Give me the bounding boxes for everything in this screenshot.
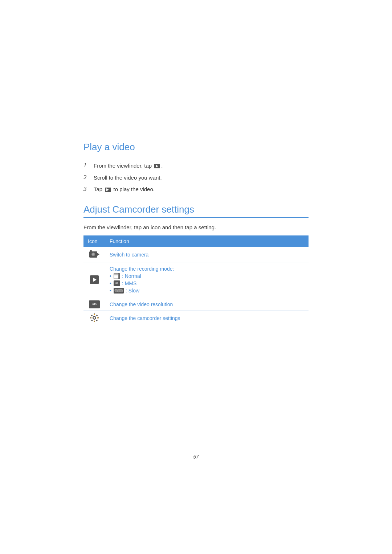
play-rect-icon: [154, 164, 160, 168]
svg-rect-23: [91, 319, 93, 321]
bullet-normal: • : Normal: [110, 273, 304, 279]
step-text-2: Scroll to the video you want.: [94, 174, 162, 182]
icon-cell-camera: [83, 247, 105, 263]
svg-rect-8: [114, 274, 118, 275]
svg-marker-3: [97, 253, 99, 256]
settings-table: Icon Function: [83, 235, 309, 326]
slow-mode-icon: [114, 288, 124, 294]
play-video-divider: [83, 155, 309, 155]
step-number-1: 1: [83, 162, 94, 169]
play-triangle-icon: [105, 188, 111, 192]
adjust-camcorder-title: Adjust Camcorder settings: [83, 204, 309, 215]
slow-label: : Slow: [126, 288, 139, 294]
mode-icon: [89, 275, 99, 285]
function-text-camera: Switch to camera: [110, 252, 148, 258]
step-text-1: From the viewfinder, tap .: [94, 162, 163, 170]
icon-cell-resolution: 640480: [83, 298, 105, 311]
camcorder-intro: From the viewfinder, tap an icon and the…: [83, 224, 309, 230]
page-number: 57: [193, 454, 199, 460]
resolution-icon: 640480: [89, 300, 100, 308]
table-row: 640480 Change the video resolution: [83, 298, 309, 311]
table-header-icon: Icon: [83, 235, 105, 247]
step-text-3: Tap to play the video.: [94, 185, 155, 194]
bullet-slow: • : Slow: [110, 288, 304, 294]
svg-rect-9: [114, 275, 118, 275]
step-3: 3 Tap to play the video.: [83, 185, 309, 194]
table-row: Change the recording mode: •: [83, 263, 309, 298]
camera-switch-icon: [89, 249, 100, 259]
play-video-title: Play a video: [83, 141, 309, 153]
play-video-steps: 1 From the viewfinder, tap . 2 Scroll to…: [83, 162, 309, 194]
table-header-row: Icon Function: [83, 235, 309, 247]
icon-cell-mode: [83, 263, 105, 298]
bullet-mms: • : MMS: [110, 280, 304, 286]
adjust-camcorder-divider: [83, 217, 309, 218]
step-number-2: 2: [83, 174, 94, 181]
function-cell-settings: Change the camcorder settings: [105, 311, 309, 326]
step-1: 1 From the viewfinder, tap .: [83, 162, 309, 170]
normal-label: : Normal: [122, 273, 141, 279]
table-header-function: Function: [105, 235, 309, 247]
svg-rect-4: [90, 250, 92, 251]
svg-point-28: [91, 317, 92, 318]
function-cell-mode: Change the recording mode: •: [105, 263, 309, 298]
svg-point-2: [92, 253, 94, 255]
svg-point-27: [94, 320, 95, 321]
svg-point-14: [120, 289, 123, 292]
step-2: 2 Scroll to the video you want.: [83, 174, 309, 182]
function-text-resolution: Change the video resolution: [110, 301, 173, 307]
recording-mode-title: Change the recording mode:: [110, 266, 304, 272]
svg-point-26: [97, 317, 98, 318]
table-row: Change the camcorder settings: [83, 311, 309, 326]
mms-label: : MMS: [122, 280, 136, 286]
function-cell-resolution: Change the video resolution: [105, 298, 309, 311]
recording-mode-bullets: • : Normal: [110, 273, 304, 294]
page: Play a video 1 From the viewfinder, tap …: [0, 0, 392, 554]
svg-point-16: [94, 317, 95, 319]
svg-rect-10: [114, 276, 117, 276]
function-text-settings: Change the camcorder settings: [110, 315, 180, 321]
function-cell-camera: Switch to camera: [105, 247, 309, 263]
step-number-3: 3: [83, 185, 94, 193]
svg-rect-24: [96, 319, 98, 321]
mms-mode-icon: [114, 280, 120, 286]
content-area: Play a video 1 From the viewfinder, tap …: [83, 141, 309, 326]
table-row: Switch to camera: [83, 247, 309, 263]
normal-mode-icon: [114, 273, 120, 279]
